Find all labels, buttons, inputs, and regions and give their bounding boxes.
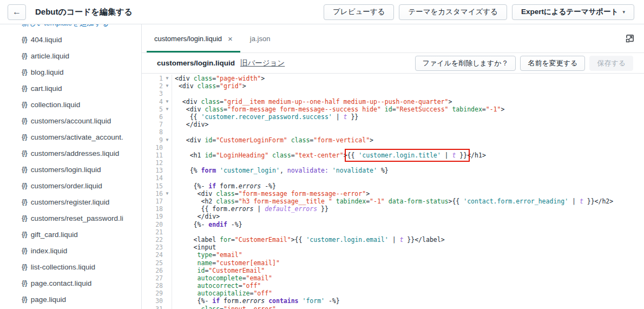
code-text xyxy=(172,144,644,152)
tab-ja-json[interactable]: ja.json xyxy=(240,24,280,52)
back-button[interactable]: ← xyxy=(8,4,26,20)
fold-arrow-icon[interactable]: ▼ xyxy=(163,106,172,113)
sidebar-item-index-liquid[interactable]: {/}index.liquid xyxy=(0,242,141,259)
tab-customers-login-liquid[interactable]: customers/login.liquid × xyxy=(147,24,240,52)
code-line[interactable]: 22 <label for="CustomerEmail">{{ 'custom… xyxy=(142,236,644,244)
code-text: autocapitalize="off" xyxy=(172,290,644,297)
sidebar-item-page-contact-liquid[interactable]: {/}page.contact.liquid xyxy=(0,275,141,291)
sidebar-item-404-liquid[interactable]: {/}404.liquid xyxy=(0,31,141,48)
code-line[interactable]: 8 xyxy=(142,128,644,136)
sidebar-item-customers-order-liquid[interactable]: {/}customers/order.liquid xyxy=(0,177,141,194)
code-line[interactable]: 5▼ <div class="form-message form-message… xyxy=(142,106,644,113)
sidebar-item-customers-register-liquid[interactable]: {/}customers/register.liquid xyxy=(0,194,141,210)
fold-arrow-icon[interactable]: ▼ xyxy=(163,75,172,82)
sidebar-item-cart-liquid[interactable]: {/}cart.liquid xyxy=(0,80,141,96)
tab-label: ja.json xyxy=(250,35,271,43)
line-number: 1 xyxy=(144,75,163,82)
line-number: 19 xyxy=(144,213,163,220)
code-text: {%- if form.errors -%} xyxy=(172,182,644,190)
code-line[interactable]: 4▼ <div class="grid__item medium-up--one… xyxy=(142,98,644,106)
code-line[interactable]: 24 type="email" xyxy=(142,251,644,259)
code-line[interactable]: 15 {%- if form.errors -%} xyxy=(142,182,644,190)
line-number: 7 xyxy=(144,121,163,128)
customize-theme-button[interactable]: テーマをカスタマイズする xyxy=(399,4,507,20)
expert-support-dropdown-button[interactable]: Expertによるテーマサポート ▾ xyxy=(512,4,634,20)
line-number: 18 xyxy=(144,205,163,213)
line-number: 21 xyxy=(144,228,163,236)
old-version-link[interactable]: 旧バージョン xyxy=(240,58,285,68)
sidebar-item-page-liquid[interactable]: {/}page.liquid xyxy=(0,291,141,307)
code-line[interactable]: 16▼ <div class="form-message form-messag… xyxy=(142,190,644,198)
fold-arrow-icon[interactable]: ▼ xyxy=(163,98,172,106)
code-line[interactable]: 1▼<div class="page-width"> xyxy=(142,75,644,82)
code-area[interactable]: 1▼<div class="page-width">2▼ <div class=… xyxy=(142,74,644,309)
tab-label: customers/login.liquid xyxy=(154,35,222,43)
code-line[interactable]: 31 class="input--error" xyxy=(142,305,644,309)
code-text: class="input--error" xyxy=(172,305,644,309)
sidebar-item-customers-reset-password-li[interactable]: {/}customers/reset_password.li xyxy=(0,210,141,226)
code-text xyxy=(172,174,644,182)
sidebar-item-customers-addresses-liquid[interactable]: {/}customers/addresses.liquid xyxy=(0,145,141,161)
expand-fullscreen-button[interactable] xyxy=(625,33,635,44)
sidebar-item-customers-account-liquid[interactable]: {/}customers/account.liquid xyxy=(0,113,141,129)
fold-spacer xyxy=(163,167,172,174)
line-gutter: 30 xyxy=(142,297,172,305)
line-gutter: 8 xyxy=(142,128,172,136)
code-line[interactable]: 11 <h1 id="LoginHeading" class="text-cen… xyxy=(142,152,644,159)
code-line[interactable]: 27 autocomplete="email" xyxy=(142,274,644,282)
code-line[interactable]: 18 {{ form.errors | default_errors }} xyxy=(142,205,644,213)
code-line[interactable]: 9▼ <div id="CustomerLoginForm" class="fo… xyxy=(142,136,644,144)
code-line[interactable]: 7 </div> xyxy=(142,121,644,128)
fold-spacer xyxy=(163,290,172,297)
save-button[interactable]: 保存する xyxy=(589,56,633,71)
line-number: 8 xyxy=(144,128,163,136)
fold-arrow-icon[interactable]: ▼ xyxy=(163,136,172,144)
fold-spacer xyxy=(163,274,172,282)
code-line[interactable]: 26 id="CustomerEmail" xyxy=(142,267,644,274)
fold-spacer xyxy=(163,128,172,136)
highlight-box: {{ 'customer.login.title' | t }} xyxy=(347,152,468,159)
preview-button[interactable]: プレビューする xyxy=(324,4,394,20)
code-line[interactable]: 30 {%- if form.errors contains 'form' -%… xyxy=(142,297,644,305)
code-line[interactable]: 6 {{ 'customer.recover_password.success'… xyxy=(142,113,644,121)
code-line[interactable]: 23 <input xyxy=(142,244,644,251)
fold-arrow-icon[interactable]: ▼ xyxy=(163,82,172,90)
code-text: autocorrect="off" xyxy=(172,282,644,290)
code-line[interactable]: 17 <h2 class="h3 form-message__title " t… xyxy=(142,198,644,205)
code-text xyxy=(172,90,644,97)
code-line[interactable]: 10 xyxy=(142,144,644,152)
add-template-link[interactable]: 新しいtemplateを追加する xyxy=(0,24,141,31)
code-line[interactable]: 13 {% form 'customer_login', novalidate:… xyxy=(142,167,644,174)
delete-file-button[interactable]: ファイルを削除しますか？ xyxy=(415,56,516,71)
sidebar-item-article-liquid[interactable]: {/}article.liquid xyxy=(0,48,141,64)
line-gutter: 22 xyxy=(142,236,172,244)
code-line[interactable]: 12 xyxy=(142,159,644,167)
line-number: 17 xyxy=(144,198,163,205)
code-line[interactable]: 19 </div> xyxy=(142,213,644,220)
fold-spacer xyxy=(163,90,172,97)
code-line[interactable]: 14 xyxy=(142,174,644,182)
code-line[interactable]: 20 {%- endif -%} xyxy=(142,221,644,228)
code-file-icon: {/} xyxy=(22,68,27,76)
code-line[interactable]: 3 xyxy=(142,90,644,97)
rename-file-button[interactable]: 名前を変更する xyxy=(520,56,585,71)
sidebar-item-gift-card-liquid[interactable]: {/}gift_card.liquid xyxy=(0,226,141,242)
sidebar-item-blog-liquid[interactable]: {/}blog.liquid xyxy=(0,64,141,80)
code-line[interactable]: 21 xyxy=(142,228,644,236)
code-line[interactable]: 25 name="customer[email]" xyxy=(142,259,644,267)
fold-spacer xyxy=(163,213,172,220)
fold-spacer xyxy=(163,251,172,259)
code-line[interactable]: 2▼ <div class="grid"> xyxy=(142,82,644,90)
sidebar-item-collection-liquid[interactable]: {/}collection.liquid xyxy=(0,96,141,113)
fold-arrow-icon[interactable]: ▼ xyxy=(163,190,172,198)
close-icon[interactable]: × xyxy=(228,35,233,43)
code-line[interactable]: 28 autocorrect="off" xyxy=(142,282,644,290)
sidebar-item-customers-login-liquid[interactable]: {/}customers/login.liquid xyxy=(0,161,141,177)
code-line[interactable]: 29 autocapitalize="off" xyxy=(142,290,644,297)
sidebar-item-customers-activate-account[interactable]: {/}customers/activate_account. xyxy=(0,129,141,145)
sidebar-item-list-collections-liquid[interactable]: {/}list-collections.liquid xyxy=(0,259,141,275)
code-text: <div class="form-message form-message--s… xyxy=(172,106,644,113)
line-number: 6 xyxy=(144,113,163,121)
file-name-label: page.contact.liquid xyxy=(31,279,92,287)
line-gutter: 4▼ xyxy=(142,98,172,106)
